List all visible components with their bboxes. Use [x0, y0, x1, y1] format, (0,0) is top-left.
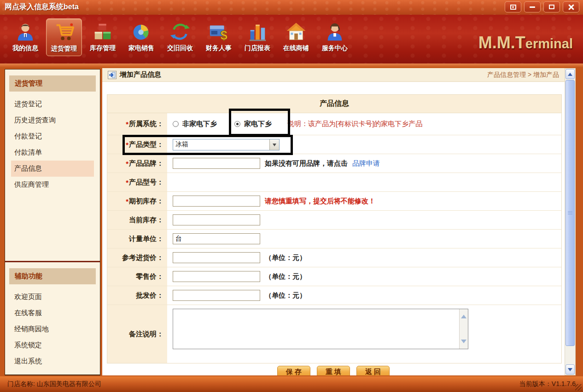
- form-row-model: *产品型号：: [107, 173, 561, 192]
- nav-item-inventory-mgmt[interactable]: 库存管理: [85, 18, 121, 56]
- wholesale-price-input[interactable]: [173, 290, 260, 301]
- save-button[interactable]: 保 存: [277, 366, 310, 375]
- nav-item-online-shop[interactable]: 在线商铺: [278, 18, 314, 56]
- bar-chart-icon: [247, 21, 268, 42]
- field-cell: [167, 173, 561, 191]
- sidebar-item-history-query[interactable]: 历史进货查询: [11, 112, 94, 128]
- nav-label: 财务人事: [202, 44, 236, 52]
- nav-label: 交旧回收: [163, 44, 197, 52]
- scrollbar-thumb[interactable]: [566, 80, 575, 346]
- close-button[interactable]: [563, 1, 579, 12]
- purchase-price-input[interactable]: [173, 252, 260, 263]
- shop-house-icon: [286, 21, 307, 42]
- required-mark: *: [126, 160, 128, 167]
- service-person-icon: [324, 21, 345, 42]
- price-unit: （单位：元）: [265, 272, 306, 281]
- nav-item-store-reports[interactable]: 门店报表: [239, 18, 275, 56]
- field-label-text: 产品类型：: [129, 140, 163, 149]
- nav-item-my-info[interactable]: 我的信息: [7, 18, 43, 56]
- retail-price-input[interactable]: [173, 271, 260, 282]
- form-row-initial-stock: *期初库存： 请您慎重填写，提交后将不能修改！: [107, 192, 561, 211]
- initial-stock-warning: 请您慎重填写，提交后将不能修改！: [265, 197, 375, 206]
- form-row-purchase-price: 参考进货价： （单位：元）: [107, 248, 561, 267]
- main-scrollbar[interactable]: [565, 68, 576, 375]
- sidebar-item-online-support[interactable]: 在线客服: [11, 305, 94, 321]
- product-type-select[interactable]: 冰箱: [173, 139, 280, 150]
- selected-option: 冰箱: [173, 140, 269, 149]
- main-navbar: 我的信息 进货管理: [0, 15, 583, 63]
- current-stock-input[interactable]: [173, 214, 260, 225]
- nav-item-purchase-mgmt[interactable]: 进货管理: [46, 18, 82, 56]
- store-name-text: 门店名称: 山东国美电器有限公司: [7, 380, 101, 388]
- form-row-brand: *产品品牌： 如果没有可用品牌，请点击 品牌申请: [107, 154, 561, 173]
- field-cell: 非家电下乡 家电下乡 说明：该产品为[有标识卡号]的家电下乡产品: [167, 113, 561, 135]
- sidebar-section-aux: 辅助功能 欢迎页面 在线客服 经销商园地 系统锁定 退出系统: [5, 262, 100, 375]
- nav-item-service-center[interactable]: 服务中心: [317, 18, 353, 56]
- window-controls: [505, 1, 579, 12]
- sidebar-item-dealer-zone[interactable]: 经销商园地: [11, 321, 94, 337]
- remark-textarea[interactable]: [173, 309, 459, 349]
- field-label: *所属系统：: [107, 113, 167, 135]
- maximize-button[interactable]: [543, 1, 560, 12]
- inventory-boxes-icon: [92, 21, 113, 42]
- reset-button[interactable]: 重 填: [317, 366, 350, 375]
- form-row-current-stock: 当前库存：: [107, 211, 561, 230]
- app-logo: M.M.Terminal: [478, 33, 573, 52]
- field-cell: [167, 305, 561, 363]
- scrollbar-up-button[interactable]: [566, 69, 575, 79]
- brand-apply-link[interactable]: 品牌申请: [352, 159, 380, 168]
- back-button[interactable]: 返 回: [356, 366, 390, 375]
- field-label-text: 零售价：: [136, 272, 163, 281]
- dropdown-arrow-icon[interactable]: [269, 139, 279, 150]
- field-label-text: 产品品牌：: [129, 159, 163, 168]
- field-label-text: 所属系统：: [129, 120, 163, 128]
- shade-button[interactable]: [505, 1, 521, 12]
- scroll-down-icon[interactable]: [461, 340, 466, 346]
- sidebar-item-purchase-register[interactable]: 进货登记: [11, 96, 94, 112]
- logo-prefix: M.M.T: [478, 33, 525, 52]
- field-label-text: 计量单位：: [129, 235, 163, 243]
- form-actions: 保 存 重 填 返 回: [102, 366, 565, 375]
- minimize-button[interactable]: [524, 1, 541, 12]
- sidebar-item-supplier-mgmt[interactable]: 供应商管理: [11, 177, 94, 193]
- radio-option-non-rural[interactable]: 非家电下乡: [173, 120, 217, 128]
- field-label-text: 期初库存：: [129, 197, 163, 206]
- field-cell: 冰箱: [167, 135, 561, 154]
- cart-icon: [53, 22, 75, 43]
- field-cell: （单位：元）: [167, 286, 561, 305]
- nav-label: 库存管理: [86, 44, 120, 52]
- scroll-up-icon[interactable]: [461, 312, 466, 318]
- minimize-icon: [530, 6, 535, 8]
- field-cell: （单位：元）: [167, 267, 561, 286]
- sidebar-item-product-info[interactable]: 产品信息: [11, 161, 94, 177]
- textarea-scrollbar[interactable]: [459, 309, 468, 349]
- pie-chart-icon: [131, 21, 152, 42]
- form-row-wholesale-price: 批发价： （单位：元）: [107, 286, 561, 305]
- resize-grip[interactable]: [575, 384, 582, 391]
- sidebar-section-title: 进货管理: [9, 75, 96, 92]
- sidebar-item-welcome-page[interactable]: 欢迎页面: [11, 289, 94, 305]
- sidebar-item-system-lock[interactable]: 系统锁定: [11, 337, 94, 353]
- field-cell: 如果没有可用品牌，请点击 品牌申请: [167, 154, 561, 173]
- radio-option-rural[interactable]: 家电下乡: [234, 120, 272, 128]
- sidebar-item-exit-system[interactable]: 退出系统: [11, 353, 94, 369]
- field-label-text: 当前库存：: [129, 216, 163, 225]
- sidebar-item-payment-list[interactable]: 付款清单: [11, 144, 94, 161]
- field-label: *期初库存：: [107, 192, 167, 210]
- field-label-text: 批发价：: [136, 291, 163, 300]
- required-mark: *: [126, 197, 128, 205]
- radio-checked-icon[interactable]: [234, 121, 240, 127]
- initial-stock-input[interactable]: [173, 196, 260, 207]
- nav-item-appliance-sales[interactable]: 家电销售: [123, 18, 159, 56]
- nav-item-finance-hr[interactable]: $ 财务人事: [201, 18, 237, 56]
- nav-item-trade-in-recycle[interactable]: 交旧回收: [162, 18, 198, 56]
- field-label: 零售价：: [107, 267, 167, 286]
- sidebar-item-payment-register[interactable]: 付款登记: [11, 128, 94, 144]
- unit-input[interactable]: [173, 233, 260, 244]
- scrollbar-down-button[interactable]: [566, 364, 575, 375]
- maximize-icon: [549, 5, 554, 9]
- brand-input[interactable]: [173, 158, 260, 169]
- field-label: 计量单位：: [107, 230, 167, 248]
- system-note: 说明：该产品为[有标识卡号]的家电下乡产品: [287, 120, 422, 128]
- radio-icon[interactable]: [173, 121, 179, 127]
